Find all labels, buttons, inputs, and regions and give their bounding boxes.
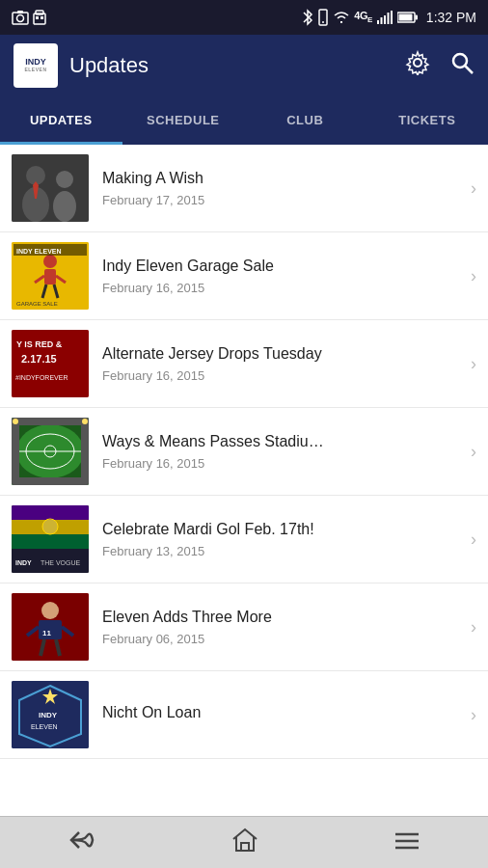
signal-icon — [376, 11, 393, 24]
item-text: Eleven Adds Three More February 06, 2015 — [102, 608, 463, 646]
svg-text:#INDYFOREVER: #INDYFOREVER — [15, 374, 68, 381]
svg-text:11: 11 — [42, 629, 51, 637]
list-item[interactable]: 11 Eleven Adds Three More February 06, 2… — [0, 583, 488, 671]
tab-tickets[interactable]: TICKETS — [366, 96, 489, 143]
svg-point-49 — [13, 419, 18, 424]
chevron-right-icon: › — [471, 354, 476, 374]
svg-point-27 — [43, 255, 57, 268]
item-title: Indy Eleven Garage Sale — [102, 257, 463, 277]
svg-rect-72 — [241, 843, 249, 851]
status-bar: 4GE 1:32 PM — [0, 0, 488, 35]
tab-updates[interactable]: UPDATES — [0, 96, 122, 143]
network-badge: 4GE — [354, 10, 372, 24]
svg-text:THE VOGUE: THE VOGUE — [41, 559, 81, 566]
svg-text:INDY: INDY — [15, 559, 32, 566]
battery-icon — [397, 12, 419, 23]
svg-rect-2 — [17, 11, 23, 14]
item-date: February 17, 2015 — [102, 193, 463, 207]
item-title: Celebrate Mardi Gol Feb. 17th! — [102, 520, 463, 540]
sim-icon — [33, 10, 46, 25]
svg-text:Y IS RED &: Y IS RED & — [16, 339, 63, 349]
item-title: Alternate Jersey Drops Tuesday — [102, 344, 463, 365]
item-thumbnail — [12, 418, 89, 485]
app-bar-actions — [405, 50, 474, 81]
item-thumbnail — [12, 154, 89, 222]
svg-rect-4 — [36, 11, 43, 14]
menu-button[interactable] — [393, 829, 420, 856]
svg-point-18 — [453, 54, 467, 68]
home-button[interactable] — [231, 827, 258, 858]
item-thumbnail: INDY ELEVEN GARAGE SALE — [12, 242, 89, 310]
chevron-right-icon: › — [471, 442, 476, 462]
svg-rect-52 — [12, 505, 89, 520]
item-thumbnail: Y IS RED & 2.17.15 #INDYFOREVER — [12, 330, 89, 397]
svg-line-19 — [466, 67, 474, 74]
chevron-right-icon: › — [471, 529, 476, 550]
list-item[interactable]: Making A Wish February 17, 2015 › — [0, 145, 488, 232]
svg-text:2.17.15: 2.17.15 — [21, 353, 57, 365]
item-title: Making A Wish — [102, 169, 463, 189]
svg-rect-48 — [81, 425, 89, 477]
svg-rect-5 — [36, 16, 39, 19]
item-thumbnail: INDY ELEVEN — [12, 681, 89, 748]
tab-schedule[interactable]: SCHEDULE — [122, 96, 245, 143]
chevron-right-icon: › — [471, 617, 476, 637]
svg-text:ELEVEN: ELEVEN — [31, 723, 58, 730]
list-item[interactable]: INDY ELEVEN Nicht On Loan › — [0, 671, 488, 759]
svg-point-17 — [414, 59, 421, 67]
item-date: February 16, 2015 — [102, 281, 463, 295]
svg-rect-6 — [41, 16, 43, 19]
chevron-right-icon: › — [471, 705, 476, 725]
item-text: Making A Wish February 17, 2015 — [102, 169, 463, 207]
svg-rect-47 — [12, 425, 19, 477]
status-left-icons — [12, 10, 46, 25]
svg-rect-28 — [44, 269, 56, 285]
item-title: Eleven Adds Three More — [102, 608, 463, 628]
tab-bar: UPDATES SCHEDULE CLUB TICKETS — [0, 96, 488, 145]
svg-rect-46 — [12, 477, 89, 485]
page-title: Updates — [69, 53, 405, 78]
item-text: Indy Eleven Garage Sale February 16, 201… — [102, 257, 463, 295]
app-logo: INDY ELEVEN — [14, 43, 58, 88]
search-icon[interactable] — [449, 50, 474, 81]
logo-text: INDY ELEVEN — [24, 58, 46, 72]
svg-text:GARAGE SALE: GARAGE SALE — [16, 301, 58, 307]
svg-point-50 — [82, 419, 88, 424]
item-date: February 06, 2015 — [102, 632, 463, 646]
svg-rect-10 — [380, 17, 382, 24]
back-button[interactable] — [68, 828, 96, 857]
svg-point-58 — [42, 519, 58, 534]
svg-point-23 — [56, 171, 73, 188]
svg-rect-13 — [391, 11, 393, 24]
phone-icon — [317, 9, 329, 26]
photo-icon — [12, 10, 29, 25]
item-date: February 16, 2015 — [102, 456, 463, 471]
list-item[interactable]: Ways & Means Passes Stadiu… February 16,… — [0, 408, 488, 496]
item-text: Celebrate Mardi Gol Feb. 17th! February … — [102, 520, 463, 558]
item-date: February 16, 2015 — [102, 368, 463, 383]
status-right-icons: 4GE 1:32 PM — [302, 9, 476, 26]
svg-text:INDY: INDY — [39, 711, 58, 719]
svg-rect-12 — [387, 13, 389, 24]
svg-point-1 — [17, 15, 24, 22]
bluetooth-icon — [302, 9, 313, 26]
list-item[interactable]: INDY ELEVEN GARAGE SALE Indy Eleven Gara… — [0, 232, 488, 320]
bottom-nav — [0, 816, 488, 868]
svg-rect-16 — [398, 14, 412, 21]
list-item[interactable]: INDY THE VOGUE Celebrate Mardi Gol Feb. … — [0, 496, 488, 583]
item-thumbnail: INDY THE VOGUE — [12, 505, 89, 573]
chevron-right-icon: › — [471, 266, 476, 286]
svg-text:INDY ELEVEN: INDY ELEVEN — [16, 248, 62, 255]
chevron-right-icon: › — [471, 178, 476, 199]
svg-rect-11 — [384, 15, 386, 24]
settings-icon[interactable] — [405, 50, 430, 81]
item-thumbnail: 11 — [12, 593, 89, 661]
list-item[interactable]: Y IS RED & 2.17.15 #INDYFOREVER Alternat… — [0, 320, 488, 408]
app-bar: INDY ELEVEN Updates — [0, 35, 488, 96]
item-text: Alternate Jersey Drops Tuesday February … — [102, 344, 463, 383]
wifi-icon — [333, 11, 350, 24]
svg-rect-9 — [377, 20, 379, 24]
svg-rect-54 — [12, 534, 89, 549]
svg-rect-15 — [415, 15, 418, 20]
tab-club[interactable]: CLUB — [244, 96, 366, 143]
